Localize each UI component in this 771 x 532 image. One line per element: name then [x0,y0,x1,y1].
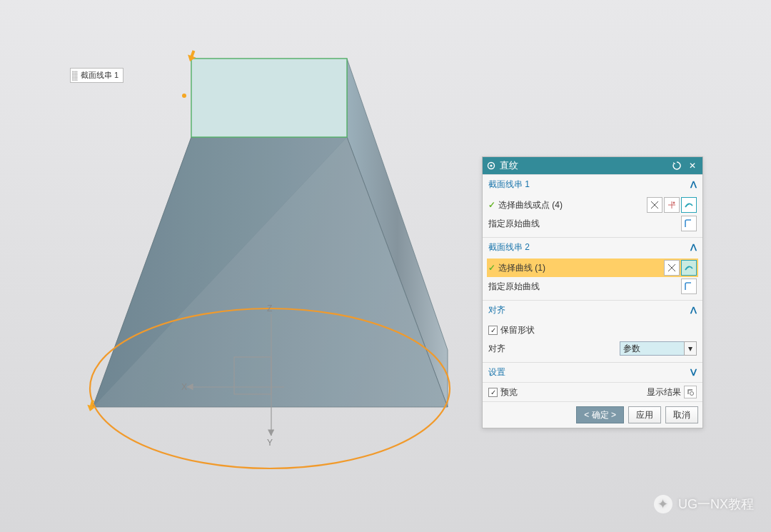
preview-label: 预览 [500,386,518,398]
intersection-icon[interactable] [647,197,662,213]
grip-icon [72,71,78,81]
keep-shape-label: 保留形状 [500,324,535,336]
dialog-titlebar[interactable]: 直纹 ✕ [483,157,702,174]
intersection-icon[interactable] [664,260,680,276]
svg-point-8 [182,94,186,98]
point-icon[interactable] [664,197,680,213]
show-result-label: 显示结果 [647,386,681,398]
scene-label[interactable]: 截面线串 1 [70,68,124,83]
spec-label-2: 指定原始曲线 [488,281,680,293]
close-icon[interactable]: ✕ [685,159,700,173]
select-curve-or-point-row[interactable]: ✓ 选择曲线或点 (4) [487,196,698,214]
ruled-surface-dialog: 直纹 ✕ 截面线串 1 ᐱ ✓ 选择曲线或点 (4) 指定原始曲线 [482,156,703,428]
watermark-text: UG一NX教程 [678,496,754,513]
section-head-2[interactable]: 截面线串 2 ᐱ [483,237,702,257]
keep-shape-row[interactable]: 保留形状 [487,321,698,339]
cancel-button[interactable]: 取消 [665,406,698,423]
select-curve-row-2[interactable]: ✓ 选择曲线 (1) [487,259,698,277]
chevron-down-icon: ᐯ [690,367,697,378]
section-head-settings[interactable]: 设置 ᐯ [483,362,702,382]
align-select[interactable]: 参数 ▾ [620,341,697,356]
select-curve-label-1: 选择曲线或点 (4) [498,199,645,211]
scene-label-text: 截面线串 1 [81,70,119,81]
check-icon: ✓ [488,200,495,210]
section-title-2: 截面线串 2 [488,241,530,254]
wechat-icon: ✦ [654,495,672,513]
svg-point-15 [673,202,675,204]
select-curve-label-2: 选择曲线 (1) [498,262,662,274]
curve-icon-active[interactable] [681,260,697,276]
specify-original-curve-row-2[interactable]: 指定原始曲线 [487,277,698,296]
sketch-icon[interactable] [681,216,697,231]
preview-checkbox[interactable] [488,388,498,397]
gear-icon [487,161,495,170]
section-title-1: 截面线串 1 [488,179,530,191]
check-icon: ✓ [488,263,495,273]
svg-rect-0 [191,59,347,137]
chevron-up-icon: ᐱ [690,242,697,253]
svg-point-10 [490,164,492,166]
section-head-1[interactable]: 截面线串 1 ᐱ [483,174,702,194]
spec-label-1: 指定原始曲线 [488,218,680,230]
chevron-down-icon: ▾ [684,341,697,356]
reset-icon[interactable] [670,159,684,173]
show-result-icon[interactable] [684,386,697,398]
section-title-align: 对齐 [488,304,505,316]
watermark: ✦ UG一NX教程 [654,495,754,513]
sketch-icon[interactable] [681,278,697,294]
specify-original-curve-row-1[interactable]: 指定原始曲线 [487,214,698,233]
svg-text:X: X [181,382,187,392]
chevron-up-icon: ᐱ [690,179,697,190]
dialog-title: 直纹 [500,159,668,172]
svg-point-18 [690,392,694,396]
ok-button[interactable]: < 确定 > [576,406,624,423]
chevron-up-icon: ᐱ [690,305,697,316]
apply-button[interactable]: 应用 [628,406,661,423]
keep-shape-checkbox[interactable] [488,326,498,335]
align-select-value: 参数 [623,343,640,355]
svg-text:Z: Z [267,303,272,313]
curve-icon[interactable] [681,197,697,213]
align-label: 对齐 [488,343,615,355]
svg-text:Y: Y [267,438,273,448]
section-title-settings: 设置 [488,366,505,378]
section-head-align[interactable]: 对齐 ᐱ [483,300,702,320]
